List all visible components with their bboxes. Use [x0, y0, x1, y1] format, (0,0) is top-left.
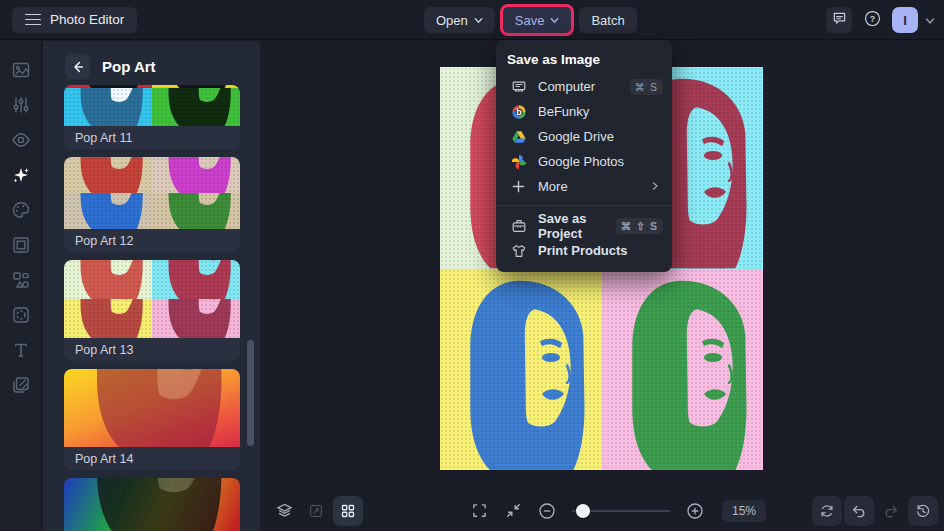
thumb-gradient: [64, 369, 240, 447]
zoom-out-button[interactable]: [532, 496, 562, 526]
panel-scrollbar[interactable]: [247, 340, 254, 446]
thumbnail-label: Pop Art 11: [64, 126, 240, 149]
effects-panel: Pop Art Pop Art 11: [43, 41, 260, 531]
chevron-down-icon: [550, 16, 559, 25]
artwork-quadrant-bottom-left: [440, 269, 602, 471]
effect-thumbnail-pop-art-13[interactable]: Pop Art 13: [64, 260, 240, 361]
account-chevron-icon[interactable]: [925, 16, 934, 25]
plus-icon: [510, 178, 527, 195]
question-icon: ?: [864, 10, 881, 31]
thumb-quadrant: [152, 157, 240, 193]
hamburger-icon: [25, 14, 41, 26]
reset-button[interactable]: [812, 496, 842, 526]
sidebar-item-textures[interactable]: [10, 374, 32, 396]
thumb-quadrant: [64, 157, 152, 193]
app-title: Photo Editor: [50, 12, 124, 27]
zoom-in-button[interactable]: [680, 496, 710, 526]
befunky-icon: b: [510, 103, 527, 120]
computer-icon: [510, 78, 527, 95]
thumb-quadrant: [64, 88, 152, 126]
sidebar-item-text[interactable]: [10, 339, 32, 361]
chevron-right-icon: [651, 180, 663, 194]
thumb-quadrant: [64, 193, 152, 229]
sidebar-item-graphics[interactable]: [10, 269, 32, 291]
fit-to-screen-button[interactable]: [498, 496, 528, 526]
thumbnail-label: Pop Art 14: [64, 447, 240, 470]
user-avatar[interactable]: I: [892, 7, 918, 33]
sidebar-item-touchup[interactable]: [10, 129, 32, 151]
menu-item-google-photos[interactable]: Google Photos: [496, 149, 672, 174]
thumb-quadrant: [64, 260, 152, 299]
undo-button[interactable]: [844, 496, 874, 526]
batch-button[interactable]: Batch: [579, 7, 636, 33]
svg-text:b: b: [516, 107, 522, 117]
thumb-quadrant: [152, 299, 240, 338]
app-menu-button[interactable]: Photo Editor: [12, 7, 137, 33]
bottom-toolbar: 15%: [260, 490, 944, 531]
menu-divider: [496, 205, 672, 206]
thumb-quadrant: [64, 299, 152, 338]
transform-button[interactable]: [301, 496, 331, 526]
sidebar-item-edit[interactable]: [10, 59, 32, 81]
chevron-down-icon: [474, 16, 483, 25]
google-photos-icon: [510, 153, 527, 170]
effect-thumbnail-pop-art-12[interactable]: Pop Art 12: [64, 157, 240, 252]
feedback-button[interactable]: [826, 7, 852, 33]
thumb-gradient: [64, 478, 240, 531]
tshirt-icon: [510, 242, 527, 259]
thumb-quadrant: [152, 88, 240, 126]
thumbnail-label: Pop Art 13: [64, 338, 240, 361]
panel-title: Pop Art: [102, 58, 156, 75]
menu-item-more[interactable]: More: [496, 174, 672, 199]
redo-button[interactable]: [876, 496, 906, 526]
google-drive-icon: [510, 128, 527, 145]
thumbnail-label: Pop Art 12: [64, 229, 240, 252]
save-dropdown-menu: Save as Image Computer ⌘ S b BeFunky Goo…: [496, 40, 672, 272]
sidebar-item-effects[interactable]: [10, 164, 32, 186]
effect-thumbnail-pop-art-14[interactable]: Pop Art 14: [64, 369, 240, 470]
sidebar-item-artsy[interactable]: [10, 199, 32, 221]
sidebar-item-frames[interactable]: [10, 234, 32, 256]
zoom-slider-handle[interactable]: [576, 504, 590, 518]
sidebar-item-adjust[interactable]: [10, 94, 32, 116]
help-button[interactable]: ?: [859, 7, 885, 33]
zoom-percent-badge[interactable]: 15%: [722, 500, 766, 522]
shortcut-badge: ⌘ ⇧ S: [616, 218, 663, 234]
thumb-quadrant: [152, 193, 240, 229]
back-button[interactable]: [65, 54, 90, 79]
save-button[interactable]: Save: [503, 7, 572, 33]
briefcase-icon: [510, 217, 527, 234]
shortcut-badge: ⌘ S: [630, 79, 663, 95]
zoom-slider[interactable]: [572, 510, 670, 512]
history-button[interactable]: [908, 496, 938, 526]
effect-thumbnail-pop-art-11[interactable]: Pop Art 11: [64, 85, 240, 149]
tool-rail: [0, 41, 42, 531]
artwork-quadrant-bottom-right: [602, 269, 764, 471]
menu-item-google-drive[interactable]: Google Drive: [496, 124, 672, 149]
menu-item-save-as-project[interactable]: Save as Project ⌘ ⇧ S: [496, 213, 672, 238]
menu-item-computer[interactable]: Computer ⌘ S: [496, 74, 672, 99]
top-bar: Photo Editor Open Save Batch ?: [0, 0, 944, 40]
open-button[interactable]: Open: [424, 7, 495, 33]
sidebar-item-overlays[interactable]: [10, 304, 32, 326]
menu-item-befunky[interactable]: b BeFunky: [496, 99, 672, 124]
menu-item-print-products[interactable]: Print Products: [496, 238, 672, 263]
effect-thumbnail-next[interactable]: [64, 478, 240, 531]
layers-button[interactable]: [269, 496, 299, 526]
menu-header: Save as Image: [496, 44, 672, 74]
grid-view-button[interactable]: [333, 496, 363, 526]
fullscreen-button[interactable]: [464, 496, 494, 526]
svg-text:?: ?: [869, 13, 874, 23]
chat-icon: [832, 11, 847, 29]
thumb-quadrant: [152, 260, 240, 299]
